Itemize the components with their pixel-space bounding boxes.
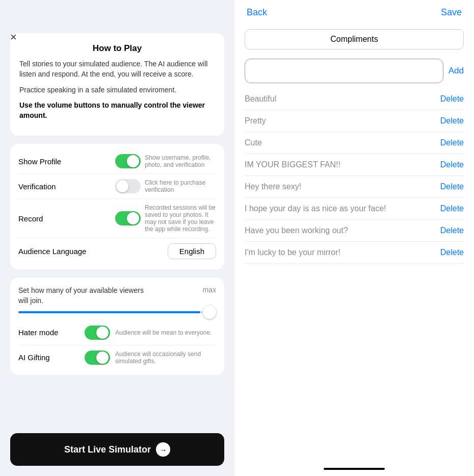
hater-mode-desc: Audience will be mean to everyone. (115, 329, 216, 336)
delete-button[interactable]: Delete (440, 182, 464, 191)
slider-fill (18, 311, 200, 313)
viewer-slider-track[interactable] (18, 311, 216, 313)
compliment-text: Beautiful (245, 94, 440, 104)
compliment-item: Have you been working out?Delete (245, 220, 464, 242)
record-right: Recorded sessions will be saved to your … (80, 204, 216, 233)
how-to-play-card: How to Play Tell stories to your simulat… (10, 33, 224, 136)
right-header: Back Save (234, 0, 474, 25)
compliment-text: Cute (245, 138, 440, 147)
ai-gifting-label: AI Gifting (18, 353, 80, 362)
compliments-list: BeautifulDeletePrettyDeleteCuteDeleteIM … (234, 88, 474, 464)
delete-button[interactable]: Delete (440, 204, 464, 213)
show-profile-right: Show username, profile, photo, and verif… (80, 154, 216, 168)
show-profile-desc: Show username, profile, photo, and verif… (145, 154, 216, 168)
compliment-item: I'm lucky to be your mirror!Delete (245, 242, 464, 264)
ai-gifting-desc: Audience will occasionally send simulate… (115, 350, 216, 365)
left-content: How to Play Tell stories to your simulat… (0, 28, 234, 433)
back-button[interactable]: Back (247, 7, 267, 18)
settings-card: Show Profile Show username, profile, pho… (10, 144, 224, 269)
add-row: Add (234, 54, 474, 88)
viewers-card: Set how many of your available viewers w… (10, 278, 224, 374)
slider-thumb[interactable] (203, 306, 216, 319)
ai-gifting-toggle[interactable] (85, 350, 110, 365)
record-desc: Recorded sessions will be saved to your … (145, 204, 216, 233)
save-button[interactable]: Save (441, 7, 462, 18)
compliments-title: Compliments (245, 29, 464, 49)
compliment-text: Have you been working out? (245, 226, 440, 235)
compliment-text: Pretty (245, 116, 440, 126)
add-button[interactable]: Add (449, 66, 464, 76)
verification-row: Verification Click here to purchase veri… (18, 174, 216, 199)
compliment-item: Hey there sexy!Delete (245, 176, 464, 198)
close-button[interactable]: × (10, 31, 17, 44)
how-to-play-para3: Use the volume buttons to manually contr… (19, 100, 215, 121)
hater-mode-label: Hater mode (18, 328, 80, 337)
delete-button[interactable]: Delete (440, 248, 464, 257)
compliment-text: IM YOUR BIGGEST FAN!! (245, 160, 440, 169)
show-profile-toggle[interactable] (115, 154, 141, 168)
delete-button[interactable]: Delete (440, 94, 464, 104)
record-toggle[interactable] (115, 211, 141, 226)
ai-gifting-row: AI Gifting Audience will occasionally se… (18, 345, 216, 370)
delete-button[interactable]: Delete (440, 160, 464, 169)
add-compliment-input[interactable] (245, 59, 443, 83)
delete-button[interactable]: Delete (440, 226, 464, 235)
verification-label: Verification (18, 182, 80, 191)
hater-mode-row: Hater mode Audience will be mean to ever… (18, 320, 216, 345)
compliment-item: I hope your day is as nice as your face!… (245, 198, 464, 220)
audience-language-label: Audience Language (18, 247, 86, 256)
compliment-text: Hey there sexy! (245, 182, 440, 191)
home-indicator (324, 468, 385, 470)
show-profile-row: Show Profile Show username, profile, pho… (18, 149, 216, 174)
audience-language-row: Audience Language English (18, 238, 216, 264)
compliment-text: I hope your day is as nice as your face! (245, 204, 440, 213)
how-to-play-title: How to Play (19, 43, 215, 54)
show-profile-label: Show Profile (18, 157, 80, 166)
viewers-header: Set how many of your available viewers w… (18, 286, 216, 306)
hater-mode-toggle[interactable] (85, 325, 110, 340)
start-button-label: Start Live Simulator (64, 444, 151, 455)
delete-button[interactable]: Delete (440, 116, 464, 126)
start-live-simulator-button[interactable]: Start Live Simulator → (10, 433, 224, 466)
delete-button[interactable]: Delete (440, 138, 464, 147)
record-label: Record (18, 214, 80, 223)
audience-language-right: English (86, 243, 216, 259)
start-arrow-icon: → (156, 442, 170, 457)
language-button[interactable]: English (168, 243, 216, 259)
verification-desc: Click here to purchase verification (145, 179, 216, 193)
viewers-max-label: max (203, 286, 216, 294)
left-panel: × How to Play Tell stories to your simul… (0, 0, 234, 476)
record-row: Record Recorded sessions will be saved t… (18, 199, 216, 238)
viewers-text: Set how many of your available viewers w… (18, 286, 151, 306)
compliment-item: CuteDelete (245, 132, 464, 154)
right-panel: Back Save Compliments Add BeautifulDelet… (234, 0, 474, 476)
compliment-item: PrettyDelete (245, 110, 464, 132)
how-to-play-para1: Tell stories to your simulated audience.… (19, 59, 215, 80)
compliment-text: I'm lucky to be your mirror! (245, 248, 440, 257)
compliment-item: BeautifulDelete (245, 88, 464, 110)
verification-toggle[interactable] (115, 179, 141, 193)
how-to-play-para2: Practice speaking in a safe simulated en… (19, 85, 215, 95)
compliment-item: IM YOUR BIGGEST FAN!!Delete (245, 154, 464, 176)
verification-right: Click here to purchase verification (80, 179, 216, 193)
